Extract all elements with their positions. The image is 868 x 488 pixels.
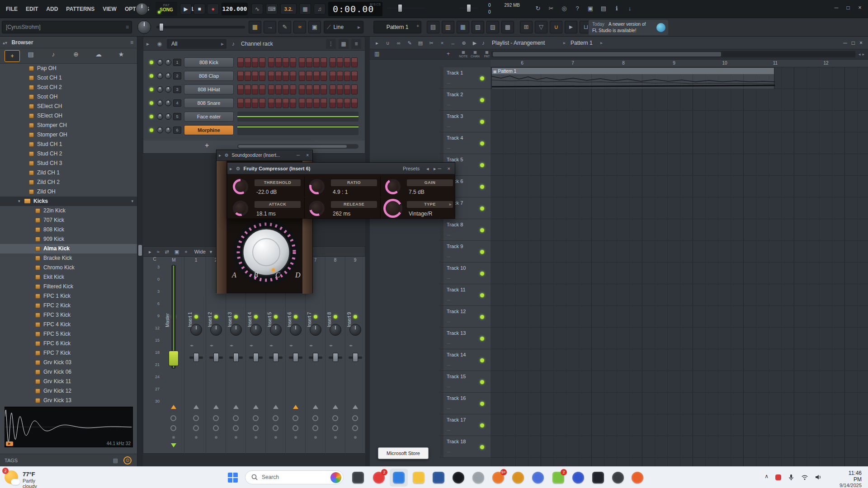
browser-item-707-kick[interactable]: 707 Kick xyxy=(0,216,137,225)
channel-number[interactable]: 4 xyxy=(173,99,181,107)
step-sequencer[interactable] xyxy=(237,98,359,108)
info-icon[interactable]: ℹ xyxy=(612,4,621,14)
layout-browser-icon[interactable]: ▩ xyxy=(501,21,514,33)
playback-tool-icon[interactable]: ▶ xyxy=(470,38,479,48)
step-cell[interactable] xyxy=(299,98,305,108)
step-cell[interactable] xyxy=(268,98,274,108)
record-button[interactable]: ● xyxy=(207,4,219,14)
channel-pan-knob[interactable] xyxy=(157,73,163,79)
track-led[interactable] xyxy=(480,315,484,319)
step-cell[interactable] xyxy=(321,71,327,81)
strip-pan-knob[interactable] xyxy=(210,324,222,336)
track-grip[interactable] xyxy=(440,349,443,371)
channel-volume-knob[interactable] xyxy=(165,73,171,79)
pencil-tool-icon[interactable]: ✎ xyxy=(405,38,414,48)
channel-enable-led[interactable] xyxy=(150,115,153,118)
soundgoodizer-close-button[interactable]: × xyxy=(306,150,309,161)
channel-pan-knob[interactable] xyxy=(157,113,163,120)
browser-item-alma-kick[interactable]: Alma Kick xyxy=(0,244,137,253)
strip-fx-slot-icon[interactable] xyxy=(332,425,338,431)
preset-letter-d[interactable]: D xyxy=(295,271,301,279)
detach-icon[interactable]: ▸ xyxy=(146,249,154,254)
folder-dropdown-icon[interactable]: ▾ xyxy=(131,197,133,206)
volume-slider-handle[interactable] xyxy=(467,4,471,12)
mixer-strip-master[interactable]: MMaster xyxy=(164,257,184,454)
taskbar-app-browser-app[interactable]: 2 xyxy=(370,469,388,487)
list-view-icon[interactable]: ≡ xyxy=(351,39,361,49)
update-notification[interactable]: Today A newer version of FL Studio is av… xyxy=(589,20,668,35)
step-cell[interactable] xyxy=(337,98,343,108)
channel-name-button[interactable]: 808 Snare xyxy=(184,98,234,108)
strip-fx-slot-icon[interactable] xyxy=(292,425,298,431)
step-cell[interactable] xyxy=(268,71,274,81)
strip-pan-knob[interactable] xyxy=(270,324,282,336)
stop-button[interactable]: ■ xyxy=(193,4,205,14)
track-grouping-icon[interactable]: ▥ xyxy=(374,51,379,57)
microphone-icon[interactable] xyxy=(788,474,795,481)
arrow-tool-icon[interactable]: → xyxy=(264,21,276,33)
type-knob[interactable] xyxy=(383,199,402,218)
channel-enable-led[interactable] xyxy=(150,88,153,91)
browser-item-zild-oh[interactable]: Zild OH xyxy=(0,187,137,197)
channel-enable-led[interactable] xyxy=(150,61,153,64)
layout-playlist-icon[interactable]: ▥ xyxy=(442,21,454,33)
playlist-track-header-track-12[interactable]: Track 12... xyxy=(440,306,491,328)
step-cell[interactable] xyxy=(268,84,274,94)
magnet-icon[interactable]: ∪ xyxy=(383,38,392,48)
master-volume-slider[interactable] xyxy=(459,7,478,9)
master-pitch-slider[interactable] xyxy=(387,7,426,9)
channel-volume-knob[interactable] xyxy=(165,127,171,133)
step-cell[interactable] xyxy=(299,71,305,81)
swing-slider-handle[interactable] xyxy=(159,23,164,31)
strip-fader-handle[interactable] xyxy=(253,353,259,362)
step-cell[interactable] xyxy=(283,98,289,108)
browser-item-909-kick[interactable]: 909 Kick xyxy=(0,235,137,244)
playlist-maximize-button[interactable]: □ xyxy=(852,37,855,49)
strip-send-arrow-icon[interactable] xyxy=(233,405,239,409)
strip-pan-knob[interactable] xyxy=(349,324,361,336)
strip-pan-knob[interactable] xyxy=(250,324,262,336)
track-led[interactable] xyxy=(480,98,484,102)
step-cell[interactable] xyxy=(351,98,358,108)
track-grip[interactable] xyxy=(440,414,443,436)
track-led[interactable] xyxy=(480,206,484,211)
strip-fx-slot-icon[interactable] xyxy=(253,425,259,431)
menu-add[interactable]: ADD xyxy=(42,6,62,12)
strip-send-arrow-icon[interactable] xyxy=(253,405,259,409)
playlist-track-header-track-1[interactable]: Track 1... xyxy=(440,67,491,89)
step-cell[interactable] xyxy=(290,98,296,108)
browser-item-ekit-kick[interactable]: Ekit Kick xyxy=(0,272,137,282)
step-cell[interactable] xyxy=(321,57,327,67)
more-options-icon[interactable]: ⋮ xyxy=(326,39,336,49)
channel-name-button[interactable]: 808 HiHat xyxy=(184,84,234,94)
channel-number[interactable]: 3 xyxy=(173,86,181,93)
playlist-grid[interactable] xyxy=(491,67,868,466)
strip-fader-handle[interactable] xyxy=(273,353,278,362)
browser-item-filtered-kick[interactable]: Filtered Kick xyxy=(0,282,137,291)
track-led[interactable] xyxy=(480,402,484,406)
browser-item-scot-ch-2[interactable]: Scot CH 2 xyxy=(0,83,137,92)
playlist-track-header-track-9[interactable]: Track 9... xyxy=(440,241,491,263)
gear-icon[interactable]: ⚙ xyxy=(236,166,241,171)
channel-number[interactable]: 2 xyxy=(173,72,181,80)
step-cell[interactable] xyxy=(306,57,312,67)
mixer-view-mode[interactable]: Wide xyxy=(194,249,206,254)
strip-fx-slot-icon[interactable] xyxy=(253,415,259,421)
menu-patterns[interactable]: PATTERNS xyxy=(62,6,99,12)
browser-item-scot-ch-1[interactable]: Scot CH 1 xyxy=(0,73,137,83)
strip-fx-slot-icon[interactable] xyxy=(352,425,358,431)
track-grip[interactable] xyxy=(440,371,443,392)
strip-fader-handle[interactable] xyxy=(293,353,298,362)
step-cell[interactable] xyxy=(344,57,350,67)
step-cell[interactable] xyxy=(337,57,343,67)
grid-view-icon[interactable]: ▦ xyxy=(339,39,349,49)
playlist-timeline[interactable]: 6789101112 xyxy=(491,60,868,67)
browser-item-grv-kick-13[interactable]: Grv Kick 13 xyxy=(0,396,137,405)
browser-item-stomper-oh[interactable]: Stomper OH xyxy=(0,130,137,140)
strip-fx-slot-icon[interactable] xyxy=(170,425,176,431)
strip-fx-slot-icon[interactable] xyxy=(312,415,318,421)
pattern-clip-body[interactable] xyxy=(492,74,774,89)
compressor-close-button[interactable]: × xyxy=(448,163,450,174)
browser-item-fpc-2-kick[interactable]: FPC 2 Kick xyxy=(0,301,137,310)
track-led[interactable] xyxy=(480,250,484,254)
